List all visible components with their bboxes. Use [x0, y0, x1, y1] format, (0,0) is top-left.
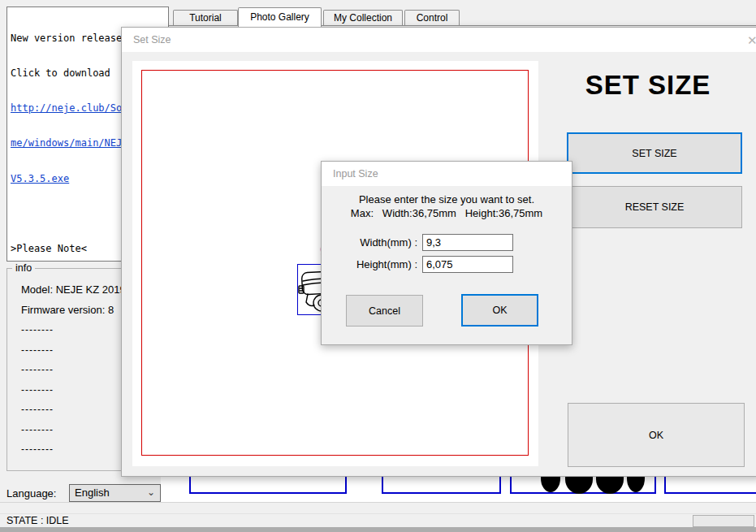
ok-button[interactable]: OK — [461, 294, 538, 327]
max-size-info: Max: Width:36,75mm Height:36,75mm — [322, 207, 572, 219]
width-label: Width(mm) : — [322, 236, 417, 249]
window-bottom-edge — [0, 527, 756, 532]
tab-tutorial[interactable]: Tutorial — [173, 10, 238, 25]
width-field-row: Width(mm) : — [322, 234, 572, 252]
set-size-button[interactable]: SET SIZE — [567, 132, 742, 174]
language-select[interactable]: English ⌄ — [69, 484, 161, 502]
language-selected-value: English — [75, 487, 110, 499]
tab-my-collection[interactable]: My Collection — [323, 10, 403, 25]
cancel-button[interactable]: Cancel — [346, 295, 423, 327]
set-size-dialog-title: Set Size — [133, 34, 171, 45]
tab-control[interactable]: Control — [404, 10, 460, 25]
reset-size-button[interactable]: RESET SIZE — [567, 186, 742, 228]
close-icon[interactable]: ✕ — [747, 33, 756, 48]
input-size-dialog-title: Input Size — [333, 168, 378, 179]
chevron-down-icon: ⌄ — [147, 484, 155, 500]
height-label: Height(mm) : — [322, 258, 417, 270]
set-size-heading: SET SIZE — [538, 70, 756, 101]
state-label: STATE : IDLE — [6, 515, 69, 526]
input-size-prompt: Please enter the size you want to set. — [322, 193, 572, 205]
status-progress-box — [693, 515, 754, 527]
tab-photo-gallery[interactable]: Photo Gallery — [238, 7, 322, 27]
set-size-dialog-titlebar[interactable]: Set Size ✕ — [122, 28, 756, 52]
height-input[interactable] — [422, 256, 513, 273]
dialog-ok-button[interactable]: OK — [568, 403, 745, 467]
input-size-dialog-titlebar[interactable]: Input Size — [322, 162, 572, 186]
status-bar: STATE : IDLE — [0, 502, 756, 527]
width-input[interactable] — [422, 234, 513, 251]
language-label: Language: — [6, 487, 56, 500]
height-field-row: Height(mm) : — [322, 256, 572, 274]
input-size-dialog: Input Size Please enter the size you wan… — [321, 161, 572, 345]
status-divider — [0, 513, 756, 514]
info-panel-title: info — [12, 262, 35, 274]
app-window: New version released! Click to download … — [0, 0, 756, 532]
